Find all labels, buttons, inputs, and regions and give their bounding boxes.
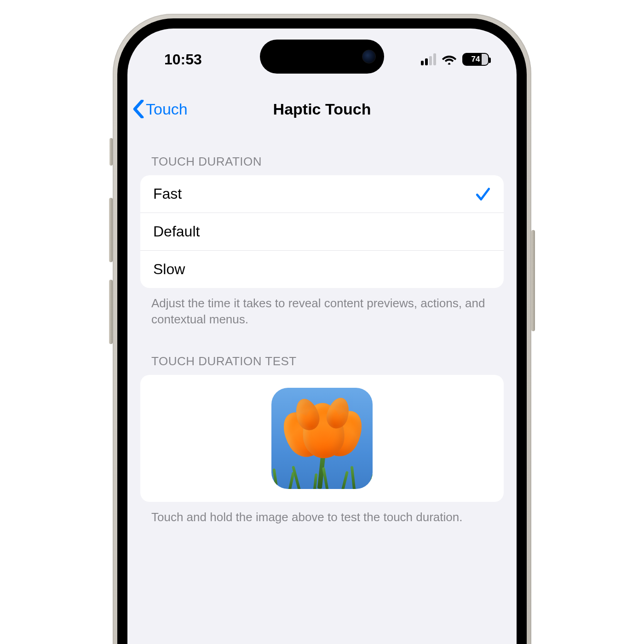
cellular-signal-icon [421,53,436,65]
option-fast[interactable]: Fast [140,175,504,213]
option-fast-label: Fast [153,185,182,202]
back-button[interactable]: Touch [133,100,188,118]
touch-duration-test-card [140,375,504,502]
section-header-touch-duration: TOUCH DURATION [140,144,504,175]
option-slow[interactable]: Slow [140,250,504,288]
touch-duration-test-image[interactable] [271,388,373,489]
content: TOUCH DURATION Fast Default Slow [127,144,517,644]
chevron-left-icon [133,100,144,118]
option-default[interactable]: Default [140,213,504,250]
grass [271,466,373,489]
battery-indicator: 74 [462,53,489,66]
battery-percent: 74 [472,55,480,64]
section-footer-touch-duration-test: Touch and hold the image above to test t… [140,502,504,536]
option-slow-label: Slow [153,261,185,278]
touch-duration-options: Fast Default Slow [140,175,504,288]
phone-frame: 10:53 74 [113,14,531,644]
dynamic-island [260,40,384,74]
volume-up-button [109,198,113,262]
screen: 10:53 74 [127,29,517,644]
section-header-touch-duration-test: TOUCH DURATION TEST [140,339,504,375]
silence-switch [109,138,113,166]
wifi-icon [442,53,457,65]
checkmark-icon [475,186,491,202]
status-time: 10:53 [155,51,202,68]
power-button [531,230,535,331]
front-camera [362,50,376,63]
flower-icon [287,399,361,459]
back-button-label: Touch [146,100,188,118]
phone-bezel: 10:53 74 [117,18,527,644]
navigation-bar: Touch Haptic Touch [127,88,517,130]
page-title: Haptic Touch [273,100,371,118]
section-footer-touch-duration: Adjust the time it takes to reveal conte… [140,288,504,339]
option-default-label: Default [153,223,200,240]
volume-down-button [109,280,113,344]
status-indicators: 74 [421,53,489,66]
